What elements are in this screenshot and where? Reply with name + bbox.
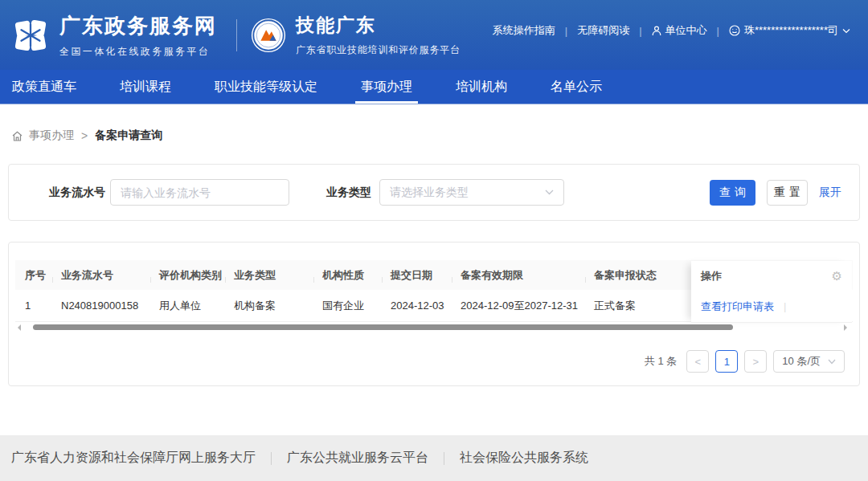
site-text: 技能广东 广东省职业技能培训和评价服务平台 xyxy=(296,13,461,57)
footer: 广东省人力资源和社会保障厅网上服务大厅 广东公共就业服务云平台 社会保险公共服务… xyxy=(0,435,868,481)
view-print-application-link[interactable]: 查看打印申请表 xyxy=(701,300,774,314)
search-button[interactable]: 查询 xyxy=(710,180,755,206)
breadcrumb-current: 备案申请查询 xyxy=(95,128,162,143)
chevron-down-icon xyxy=(545,190,554,195)
site-header: 广东政务服务网 全国一体化在线政务服务平台 技能广东 广东省职业技能培训和评价服… xyxy=(0,0,868,70)
cell-category: 用人单位 xyxy=(151,299,226,313)
portal-logo-block[interactable]: 广东政务服务网 全国一体化在线政务服务平台 xyxy=(12,12,217,59)
header-link-separator: | xyxy=(717,25,719,37)
accessibility-link[interactable]: 无障碍阅读 xyxy=(577,23,629,38)
type-select[interactable]: 请选择业务类型 xyxy=(379,179,564,206)
expand-link[interactable]: 展开 xyxy=(819,185,841,200)
filter-actions: 查询 重置 展开 xyxy=(710,180,841,206)
prev-page-button[interactable]: < xyxy=(686,350,709,373)
cell-validity: 2024-12-09至2027-12-31 xyxy=(452,299,586,313)
unit-center-label: 单位中心 xyxy=(665,23,707,38)
gear-icon[interactable]: ⚙ xyxy=(832,269,842,283)
cell-submit-date: 2024-12-03 xyxy=(383,300,452,312)
footer-separator xyxy=(444,452,444,465)
breadcrumb-divider: > xyxy=(81,129,88,142)
pagination-total: 共 1 条 xyxy=(645,354,677,369)
scroll-right-arrow-icon[interactable] xyxy=(844,324,847,331)
breadcrumb-parent[interactable]: 事项办理 xyxy=(29,128,74,143)
cell-status: 正式备案 xyxy=(586,299,694,313)
filter-panel: 业务流水号 业务类型 请选择业务类型 查询 重置 展开 xyxy=(8,164,860,221)
horizontal-scrollbar xyxy=(15,322,853,333)
col-serial: 业务流水号 xyxy=(53,268,151,283)
footer-separator xyxy=(271,452,272,465)
serial-input[interactable] xyxy=(110,179,289,206)
footer-link-social-insurance[interactable]: 社会保险公共服务系统 xyxy=(460,450,588,467)
page-size-select[interactable]: 10 条/页 xyxy=(773,350,845,373)
cell-nature: 国有企业 xyxy=(314,299,383,313)
serial-label: 业务流水号 xyxy=(49,185,105,200)
header-link-separator: | xyxy=(565,25,567,37)
cell-serial: N240819000158 xyxy=(53,300,151,312)
portal-title: 广东政务服务网 xyxy=(59,12,217,40)
footer-link-hr-hall[interactable]: 广东省人力资源和社会保障厅网上服务大厅 xyxy=(11,450,256,467)
nav-item-policy[interactable]: 政策直通车 xyxy=(2,70,87,104)
cell-type: 机构备案 xyxy=(226,299,314,313)
nav-item-matter-handling[interactable]: 事项办理 xyxy=(350,70,423,104)
col-nature: 机构性质 xyxy=(314,268,383,283)
nav-item-institutions[interactable]: 培训机构 xyxy=(445,70,518,104)
header-links: 系统操作指南 | 无障碍阅读 | 单位中心 | 珠************ xyxy=(493,23,850,38)
guide-link[interactable]: 系统操作指南 xyxy=(493,23,555,38)
scrollbar-thumb[interactable] xyxy=(33,324,733,330)
col-submit-date: 提交日期 xyxy=(383,268,452,283)
type-select-placeholder: 请选择业务类型 xyxy=(390,185,469,200)
action-column-header: 操作 ⚙ xyxy=(691,261,852,291)
action-cell: 查看打印申请表 | xyxy=(691,291,852,323)
main-nav: 政策直通车 培训课程 职业技能等级认定 事项办理 培训机构 名单公示 xyxy=(0,70,868,104)
portal-text: 广东政务服务网 全国一体化在线政务服务平台 xyxy=(59,12,217,59)
person-icon xyxy=(652,26,661,36)
col-status: 备案申报状态 xyxy=(586,268,694,283)
site-title: 技能广东 xyxy=(296,13,461,38)
col-index: 序号 xyxy=(15,268,53,283)
unit-center-link[interactable]: 单位中心 xyxy=(652,23,707,38)
page-size-value: 10 条/页 xyxy=(782,354,821,369)
col-type: 业务类型 xyxy=(226,268,314,283)
site-logo-block[interactable]: 技能广东 广东省职业技能培训和评价服务平台 xyxy=(250,13,461,57)
user-avatar-icon xyxy=(729,25,740,36)
reset-button[interactable]: 重置 xyxy=(767,180,808,206)
site-subtitle: 广东省职业技能培训和评价服务平台 xyxy=(296,43,461,57)
nav-item-courses[interactable]: 培训课程 xyxy=(109,70,182,104)
scroll-left-arrow-icon[interactable] xyxy=(18,324,21,331)
home-icon[interactable] xyxy=(11,130,23,142)
result-table-panel: 序号 业务流水号 评价机构类别 业务类型 机构性质 提交日期 备案有效期限 备案… xyxy=(8,242,860,386)
portal-subtitle: 全国一体化在线政务服务平台 xyxy=(59,45,217,59)
nav-item-skill-certification[interactable]: 职业技能等级认定 xyxy=(204,70,328,104)
page: 广东政务服务网 全国一体化在线政务服务平台 技能广东 广东省职业技能培训和评价服… xyxy=(0,0,868,481)
next-page-button[interactable]: > xyxy=(744,350,767,373)
type-label: 业务类型 xyxy=(326,185,371,200)
skill-guangdong-badge-icon xyxy=(250,17,287,54)
action-divider: | xyxy=(784,300,786,312)
user-account-menu[interactable]: 珠******************司 xyxy=(729,23,850,38)
fixed-action-column: 操作 ⚙ 查看打印申请表 | xyxy=(691,261,852,323)
current-page-button[interactable]: 1 xyxy=(715,350,738,373)
chevron-down-icon xyxy=(828,359,836,365)
header-divider xyxy=(236,19,237,51)
col-action: 操作 xyxy=(701,269,722,283)
chevron-down-icon xyxy=(842,28,850,34)
col-validity: 备案有效期限 xyxy=(452,268,586,283)
footer-link-employment-cloud[interactable]: 广东公共就业服务云平台 xyxy=(287,450,428,467)
pagination: 共 1 条 < 1 > 10 条/页 xyxy=(15,350,853,373)
nav-item-public-list[interactable]: 名单公示 xyxy=(540,70,612,104)
username-label: 珠******************司 xyxy=(744,23,838,38)
col-category: 评价机构类别 xyxy=(151,268,226,283)
breadcrumb: 事项办理 > 备案申请查询 xyxy=(11,128,868,143)
header-link-separator: | xyxy=(639,25,641,37)
cell-index: 1 xyxy=(15,300,53,312)
gov-pinwheel-logo-icon xyxy=(12,17,49,54)
